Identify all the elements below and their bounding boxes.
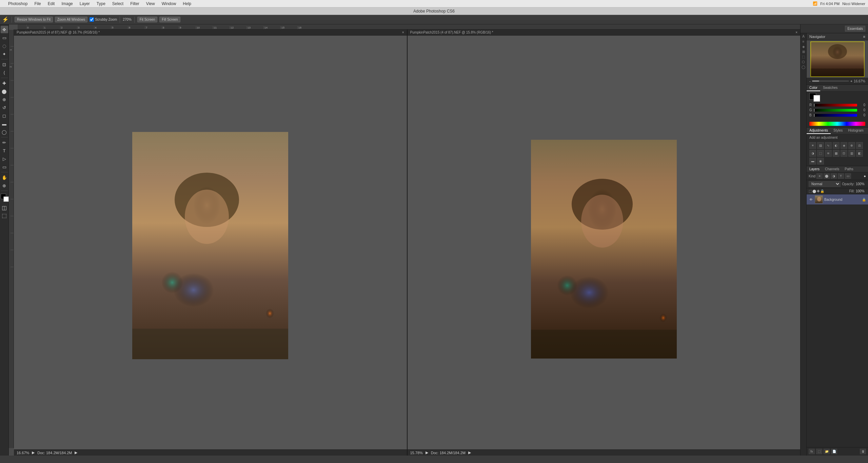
hue-saturation-icon[interactable]: ⊕	[848, 142, 855, 149]
black-white-icon[interactable]: ◑	[809, 150, 816, 157]
pen-tool[interactable]: ✏	[1, 139, 8, 146]
history-brush-tool[interactable]: ↺	[1, 104, 8, 111]
add-mask-btn[interactable]: ⬚	[816, 449, 822, 454]
tab-histogram[interactable]: Histogram	[845, 128, 866, 134]
fill-screen-btn[interactable]: Fill Screen	[159, 17, 180, 22]
window2-tab[interactable]: PumpkinPatch2015 (4 of 87).NEF @ 15.8% (…	[408, 30, 801, 36]
background-color[interactable]	[3, 196, 9, 202]
text-tool[interactable]: T	[1, 147, 8, 154]
add-fill-layer-btn[interactable]: fx	[809, 449, 815, 454]
layer-filter-type-btn[interactable]: T	[838, 173, 844, 179]
green-slider[interactable]	[814, 109, 857, 112]
menu-image[interactable]: Image	[60, 1, 74, 7]
menu-edit[interactable]: Edit	[46, 1, 56, 7]
color-balance-icon[interactable]: ⚖	[856, 142, 863, 149]
window2-close-btn[interactable]: ×	[795, 31, 797, 34]
window1-canvas[interactable]	[14, 36, 407, 449]
eyedropper-tool[interactable]: ⟨	[1, 69, 8, 76]
threshold-icon[interactable]: ◧	[856, 150, 863, 157]
layer-filter-adj-btn[interactable]: ◑	[831, 173, 837, 179]
menu-window[interactable]: Window	[160, 1, 178, 7]
bg-color-box[interactable]	[813, 95, 820, 102]
window2-canvas[interactable]	[408, 36, 801, 449]
tab-paths[interactable]: Paths	[842, 166, 856, 172]
tab-color[interactable]: Color	[807, 85, 820, 91]
tab-styles[interactable]: Styles	[831, 128, 845, 134]
lock-all-icon[interactable]: 🔒	[820, 189, 824, 193]
arrow-right2b-icon[interactable]: ▶	[468, 450, 471, 455]
panel-icon-2[interactable]: ≡	[803, 40, 805, 43]
marquee-tool[interactable]: ▭	[1, 34, 8, 41]
quick-mask-btn[interactable]: ◫	[2, 205, 7, 211]
window1-close-btn[interactable]: ×	[402, 31, 404, 34]
layer-visibility-btn[interactable]: 👁	[809, 197, 813, 202]
panel-icon-1[interactable]: A	[802, 35, 805, 38]
blend-mode-select[interactable]: Normal	[809, 181, 841, 187]
menu-view[interactable]: View	[145, 1, 156, 7]
zoom-all-windows-btn[interactable]: Zoom All Windows	[55, 17, 87, 22]
channel-mixer-icon[interactable]: ≋	[825, 150, 832, 157]
red-slider[interactable]	[814, 104, 857, 107]
tab-channels[interactable]: Channels	[822, 166, 842, 172]
panel-icon-5[interactable]: ⬚	[802, 55, 805, 59]
photo-filter-icon[interactable]: ⬚	[817, 150, 824, 157]
create-group-btn[interactable]: 📁	[824, 449, 830, 454]
zoom-tool[interactable]: ⊕	[1, 182, 8, 189]
selective-color-icon[interactable]: ◉	[817, 158, 824, 165]
create-layer-btn[interactable]: 📄	[831, 449, 837, 454]
nav-zoom-in-icon[interactable]: +	[850, 79, 852, 83]
brush-tool[interactable]: ⬤	[1, 88, 8, 95]
color-lookup-icon[interactable]: ▦	[833, 150, 840, 157]
layer-filter-shape-btn[interactable]: ▭	[845, 173, 851, 179]
nav-zoom-out-icon[interactable]: -	[809, 79, 811, 83]
menu-help[interactable]: Help	[181, 1, 193, 7]
eraser-tool[interactable]: ◻	[1, 112, 8, 119]
lasso-tool[interactable]: ◌	[1, 42, 8, 50]
vibrance-icon[interactable]: ◈	[841, 142, 847, 149]
dodge-tool[interactable]: ◯	[1, 128, 8, 136]
tab-layers[interactable]: Layers	[807, 166, 822, 172]
menu-select[interactable]: Select	[111, 1, 125, 7]
resize-windows-btn[interactable]: Resize Windows to Fit	[15, 17, 53, 22]
lock-paint-icon[interactable]: ⬤	[812, 189, 816, 193]
clone-stamp-tool[interactable]: ⊕	[1, 96, 8, 103]
nav-zoom-slider[interactable]	[812, 80, 849, 82]
lock-position-icon[interactable]: ✥	[817, 189, 820, 193]
invert-icon[interactable]: ⊡	[841, 150, 847, 157]
delete-layer-btn[interactable]: 🗑	[860, 449, 866, 454]
exposure-icon[interactable]: ◐	[833, 142, 840, 149]
arrow-right2-icon[interactable]: ▶	[426, 450, 428, 455]
scrubby-zoom-checkbox[interactable]	[90, 17, 94, 22]
panel-icon-6[interactable]: ⬡	[802, 60, 805, 64]
menu-layer[interactable]: Layer	[78, 1, 91, 7]
fit-screen-btn[interactable]: Fit Screen	[137, 17, 158, 22]
color-spectrum[interactable]	[809, 122, 865, 126]
menu-file[interactable]: File	[33, 1, 42, 7]
crop-tool[interactable]: ⊡	[1, 61, 8, 68]
hand-tool[interactable]: ✋	[1, 174, 8, 181]
layer-item-background[interactable]: 👁	[807, 194, 868, 205]
path-select-tool[interactable]: ▷	[1, 155, 8, 162]
magic-wand-tool[interactable]: ✦	[1, 50, 8, 58]
tab-adjustments[interactable]: Adjustments	[807, 128, 831, 134]
layer-filter-kind-btn[interactable]: ≡	[816, 173, 823, 179]
arrow-right1-icon[interactable]: ▶	[32, 450, 35, 455]
lock-transparent-icon[interactable]: ⬚	[809, 189, 812, 193]
color-selector[interactable]	[1, 194, 8, 202]
panel-icon-4[interactable]: ⊞	[802, 50, 805, 54]
tab-swatches[interactable]: Swatches	[820, 85, 840, 91]
brightness-icon[interactable]: ☀	[809, 142, 816, 149]
panel-icon-7[interactable]: ◯	[802, 65, 805, 69]
layer-filter-pixel-btn[interactable]: ⬤	[824, 173, 830, 179]
shape-tool[interactable]: ▭	[1, 163, 8, 171]
arrow-right1b-icon[interactable]: ▶	[75, 450, 77, 455]
menu-photoshop[interactable]: Photoshop	[7, 1, 29, 7]
menu-filter[interactable]: Filter	[129, 1, 141, 7]
window1-tab[interactable]: PumpkinPatch2015 (4 of 87).NEF @ 16.7% (…	[14, 30, 407, 36]
essentials-button[interactable]: Essentials	[845, 26, 865, 32]
menu-type[interactable]: Type	[95, 1, 107, 7]
navigator-menu-icon[interactable]: ≡	[863, 35, 865, 39]
gradient-tool[interactable]: ▬	[1, 120, 8, 128]
healing-tool[interactable]: ✚	[1, 79, 8, 87]
panel-icon-3[interactable]: ◈	[802, 45, 805, 49]
